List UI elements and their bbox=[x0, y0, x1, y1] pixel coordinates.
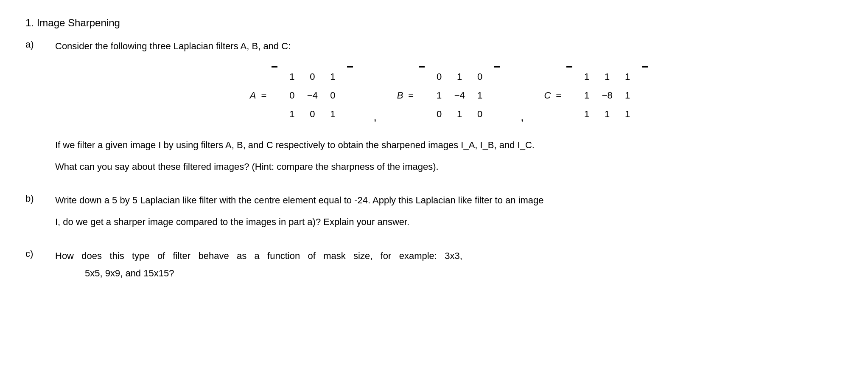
part-c-content: How does this type of filter behave as a… bbox=[55, 248, 843, 281]
part-c-letter: c) bbox=[25, 248, 47, 259]
matrix-a-r1c2: 0 bbox=[326, 90, 339, 101]
part-a-label: a) Consider the following three Laplacia… bbox=[25, 39, 843, 181]
matrix-a-wrapper: 1 0 1 0 −4 0 1 0 1 bbox=[272, 66, 353, 125]
matrix-c-bracket-left bbox=[566, 66, 572, 68]
matrix-b-r0c2: 0 bbox=[473, 71, 487, 82]
matrix-b-r0c1: 1 bbox=[453, 71, 466, 82]
matrix-b-expr: B = 0 1 0 1 −4 1 0 1 0 bbox=[397, 66, 501, 125]
comma-bc: , bbox=[521, 110, 524, 125]
matrix-a-bracket-left bbox=[272, 66, 277, 68]
matrix-a-r0c2: 1 bbox=[326, 71, 339, 82]
part-b-label: b) Write down a 5 by 5 Laplacian like fi… bbox=[25, 193, 843, 236]
matrix-b-name: B bbox=[397, 90, 403, 101]
matrix-c-r1c1: −8 bbox=[600, 90, 614, 101]
part-c-second-line: 5x5, 9x9, and 15x15? bbox=[85, 266, 843, 281]
matrix-b-bracket-right bbox=[494, 66, 500, 68]
part-b-p1: Write down a 5 by 5 Laplacian like filte… bbox=[55, 193, 843, 207]
matrix-b-r1c2: 1 bbox=[473, 90, 487, 101]
part-b-content: Write down a 5 by 5 Laplacian like filte… bbox=[55, 193, 843, 236]
matrix-b-r2c1: 1 bbox=[453, 109, 466, 120]
matrix-c-r2c2: 1 bbox=[621, 109, 634, 120]
matrix-a-expr: A = 1 0 1 0 −4 0 1 0 1 bbox=[250, 66, 353, 125]
matrix-b-r0c0: 0 bbox=[432, 71, 446, 82]
matrix-b-wrapper: 0 1 0 1 −4 1 0 1 0 bbox=[419, 66, 500, 125]
matrix-a-name: A bbox=[250, 90, 256, 101]
matrix-c-r0c2: 1 bbox=[621, 71, 634, 82]
matrix-b-eq: = bbox=[408, 90, 414, 101]
matrix-c-name: C bbox=[544, 90, 551, 101]
part-a: a) Consider the following three Laplacia… bbox=[25, 39, 843, 181]
matrix-c-r1c2: 1 bbox=[621, 90, 634, 101]
part-b: b) Write down a 5 by 5 Laplacian like fi… bbox=[25, 193, 843, 236]
matrix-a-bracket-right bbox=[347, 66, 353, 68]
part-c-text: How does this type of filter behave as a… bbox=[55, 248, 843, 281]
part-a-content: Consider the following three Laplacian f… bbox=[55, 39, 843, 181]
matrix-b-r1c1: −4 bbox=[453, 90, 466, 101]
matrix-c-expr: C = 1 1 1 1 −8 1 1 1 1 bbox=[544, 66, 648, 125]
part-b-letter: b) bbox=[25, 193, 47, 204]
matrix-b-grid: 0 1 0 1 −4 1 0 1 0 bbox=[425, 66, 494, 125]
part-c-label: c) How does this type of filter behave a… bbox=[25, 248, 843, 281]
section-title: 1. Image Sharpening bbox=[25, 17, 843, 29]
matrix-a-r1c1: −4 bbox=[305, 90, 319, 101]
matrix-c-eq: = bbox=[556, 90, 561, 101]
matrix-c-r1c0: 1 bbox=[580, 90, 594, 101]
matrix-a-r2c0: 1 bbox=[285, 109, 299, 120]
matrix-a-r1c0: 0 bbox=[285, 90, 299, 101]
part-a-letter: a) bbox=[25, 39, 47, 50]
matrix-c-r0c1: 1 bbox=[600, 71, 614, 82]
matrix-c-r2c0: 1 bbox=[580, 109, 594, 120]
matrices-row: A = 1 0 1 0 −4 0 1 0 1 bbox=[55, 66, 843, 125]
matrix-b-r2c2: 0 bbox=[473, 109, 487, 120]
matrix-c-grid: 1 1 1 1 −8 1 1 1 1 bbox=[572, 66, 642, 125]
matrix-a-grid: 1 0 1 0 −4 0 1 0 1 bbox=[277, 66, 347, 125]
comma-ab: , bbox=[373, 110, 376, 125]
part-c: c) How does this type of filter behave a… bbox=[25, 248, 843, 281]
matrix-a-r0c0: 1 bbox=[285, 71, 299, 82]
matrix-a-r2c1: 0 bbox=[305, 109, 319, 120]
part-c-word-how: How does this type of filter behave as a… bbox=[55, 250, 462, 261]
part-b-p2: I, do we get a sharper image compared to… bbox=[55, 215, 843, 229]
matrix-b-r2c0: 0 bbox=[432, 109, 446, 120]
matrix-c-r2c1: 1 bbox=[600, 109, 614, 120]
matrix-a-eq: = bbox=[261, 90, 267, 101]
matrix-c-r0c0: 1 bbox=[580, 71, 594, 82]
part-a-p1: If we filter a given image I by using fi… bbox=[55, 138, 843, 152]
matrix-b-bracket-left bbox=[419, 66, 425, 68]
part-a-p2: What can you say about these filtered im… bbox=[55, 160, 843, 174]
part-a-intro: Consider the following three Laplacian f… bbox=[55, 39, 843, 53]
matrix-b-r1c0: 1 bbox=[432, 90, 446, 101]
matrix-a-r0c1: 0 bbox=[305, 71, 319, 82]
matrix-a-r2c2: 1 bbox=[326, 109, 339, 120]
matrix-c-wrapper: 1 1 1 1 −8 1 1 1 1 bbox=[566, 66, 648, 125]
matrix-c-bracket-right bbox=[642, 66, 648, 68]
